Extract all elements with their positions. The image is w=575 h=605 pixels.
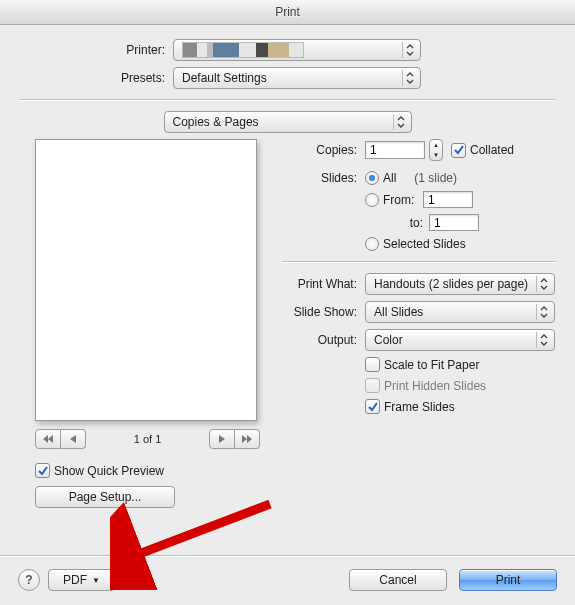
print-what-select[interactable]: Handouts (2 slides per page)	[365, 273, 555, 295]
presets-value: Default Settings	[182, 71, 267, 85]
divider	[282, 261, 555, 263]
slides-to-input[interactable]	[429, 214, 479, 231]
output-value: Color	[374, 333, 403, 347]
section-select[interactable]: Copies & Pages	[164, 111, 412, 133]
window-title: Print	[0, 0, 575, 25]
slides-from-input[interactable]	[423, 191, 473, 208]
printer-name-redacted	[182, 42, 304, 58]
collated-label: Collated	[470, 143, 514, 157]
copies-label: Copies:	[282, 143, 365, 157]
presets-label: Presets:	[20, 71, 173, 85]
next-page-button[interactable]	[209, 429, 235, 449]
svg-line-0	[118, 504, 270, 562]
first-page-button[interactable]	[35, 429, 61, 449]
slides-selected-radio[interactable]	[365, 237, 379, 251]
slide-show-label: Slide Show:	[282, 305, 365, 319]
print-what-value: Handouts (2 slides per page)	[374, 277, 528, 291]
chevron-up-down-icon	[402, 42, 417, 58]
copies-stepper[interactable]: ▲▼	[429, 139, 443, 161]
slides-from-label: From:	[383, 193, 423, 207]
scale-to-fit-label: Scale to Fit Paper	[384, 358, 479, 372]
chevron-up-down-icon	[402, 70, 417, 86]
print-hidden-checkbox	[365, 378, 380, 393]
page-setup-button[interactable]: Page Setup...	[35, 486, 175, 508]
section-value: Copies & Pages	[173, 115, 259, 129]
help-button[interactable]: ?	[18, 569, 40, 591]
slides-label: Slides:	[282, 171, 365, 185]
prev-page-button[interactable]	[61, 429, 86, 449]
chevron-up-down-icon	[393, 114, 408, 130]
print-preview	[35, 139, 257, 421]
frame-slides-label: Frame Slides	[384, 400, 455, 414]
print-hidden-label: Print Hidden Slides	[384, 379, 486, 393]
last-page-button[interactable]	[235, 429, 260, 449]
collated-checkbox[interactable]	[451, 143, 466, 158]
divider	[20, 99, 555, 101]
show-quick-preview-label: Show Quick Preview	[54, 464, 164, 478]
chevron-up-down-icon	[536, 304, 551, 320]
output-select[interactable]: Color	[365, 329, 555, 351]
slide-show-select[interactable]: All Slides	[365, 301, 555, 323]
copies-input[interactable]	[365, 141, 425, 159]
slide-show-value: All Slides	[374, 305, 423, 319]
slides-to-label: to:	[383, 216, 429, 230]
cancel-button[interactable]: Cancel	[349, 569, 447, 591]
help-icon: ?	[25, 573, 32, 587]
chevron-up-down-icon	[536, 276, 551, 292]
pdf-label: PDF	[63, 573, 87, 587]
page-indicator: 1 of 1	[134, 433, 162, 445]
show-quick-preview-checkbox[interactable]	[35, 463, 50, 478]
scale-to-fit-checkbox[interactable]	[365, 357, 380, 372]
slides-all-note: (1 slide)	[414, 171, 457, 185]
print-what-label: Print What:	[282, 277, 365, 291]
output-label: Output:	[282, 333, 365, 347]
pdf-menu-button[interactable]: PDF ▼	[48, 569, 115, 591]
frame-slides-checkbox[interactable]	[365, 399, 380, 414]
presets-select[interactable]: Default Settings	[173, 67, 421, 89]
slides-all-radio[interactable]	[365, 171, 379, 185]
chevron-down-icon: ▼	[92, 576, 100, 585]
chevron-up-down-icon	[536, 332, 551, 348]
printer-select[interactable]	[173, 39, 421, 61]
print-button[interactable]: Print	[459, 569, 557, 591]
slides-all-label: All	[383, 171, 396, 185]
printer-label: Printer:	[20, 43, 173, 57]
slides-selected-label: Selected Slides	[383, 237, 466, 251]
slides-from-radio[interactable]	[365, 193, 379, 207]
